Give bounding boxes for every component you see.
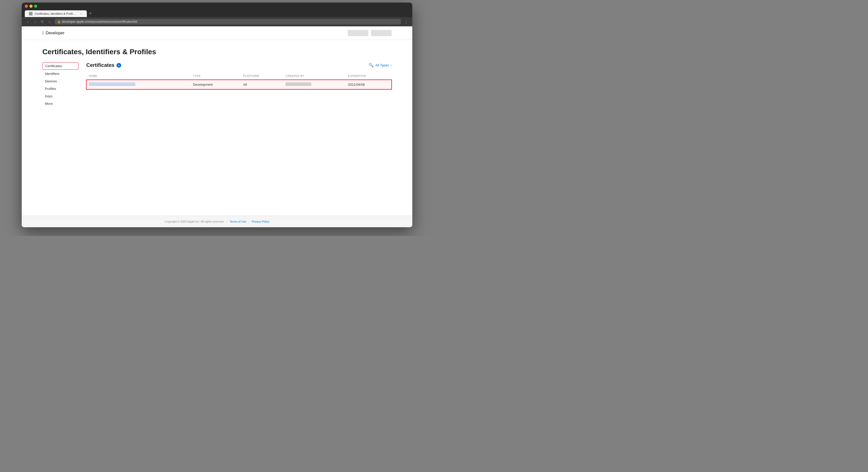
brand-name: Developer <box>46 31 65 35</box>
page-content:  Developer Certificates, Identifiers & … <box>22 26 412 227</box>
filter-area[interactable]: 🔍 All Types › <box>369 63 392 68</box>
browser-window: Certificates, Identifiers & Profile… × +… <box>22 3 412 227</box>
back-button[interactable]: ‹ <box>25 19 31 25</box>
nav-buttons: ‹ › ↻ ⌂ <box>25 19 53 25</box>
sidebar-item-more[interactable]: More <box>42 100 79 107</box>
cell-name <box>86 80 190 90</box>
col-expiration: EXPIRATION <box>345 72 392 80</box>
forward-button[interactable]: › <box>32 19 38 25</box>
add-certificate-button[interactable]: + <box>117 63 121 68</box>
col-platform: PLATFORM <box>241 72 283 80</box>
new-tab-button[interactable]: + <box>87 10 94 17</box>
table-body: Development All 2021/04/08 <box>86 80 392 90</box>
traffic-lights <box>25 5 409 8</box>
sidebar-item-identifiers[interactable]: Identifiers <box>42 70 79 77</box>
footer-divider-2: | <box>249 220 249 223</box>
content-title: Certificates + <box>86 62 121 68</box>
lock-icon: 🔒 <box>57 21 60 23</box>
apple-logo-icon:  <box>42 30 44 36</box>
site-footer: Copyright © 2020 Apple Inc. All rights r… <box>22 216 412 227</box>
header-button-2[interactable] <box>371 30 392 36</box>
maximize-button[interactable] <box>34 5 37 8</box>
content-header: Certificates + 🔍 All Types › <box>86 62 392 68</box>
tab-close-button[interactable]: × <box>79 12 83 15</box>
col-created-by: CREATED BY <box>283 72 345 80</box>
filter-label: All Types <box>375 63 389 67</box>
terms-of-use-link[interactable]: Terms of Use <box>230 220 246 223</box>
copyright-text: Copyright © 2020 Apple Inc. All rights r… <box>164 220 224 223</box>
table-row[interactable]: Development All 2021/04/08 <box>86 80 392 90</box>
cell-platform: All <box>241 80 283 90</box>
home-button[interactable]: ⌂ <box>46 19 53 25</box>
url-bar[interactable]: 🔒 developer.apple.com/account/resources/… <box>55 19 401 25</box>
header-button-1[interactable] <box>348 30 368 36</box>
page-title: Certificates, Identifiers & Profiles <box>42 48 392 56</box>
url-text: developer.apple.com/account/resources/ce… <box>62 20 137 24</box>
sidebar-item-keys[interactable]: Keys <box>42 93 79 100</box>
sidebar-item-profiles[interactable]: Profiles <box>42 85 79 92</box>
header-buttons <box>348 30 392 36</box>
tab-bar: Certificates, Identifiers & Profile… × + <box>25 10 409 17</box>
tab-favicon <box>29 12 33 15</box>
sidebar-item-certificates[interactable]: Certificates <box>42 62 79 70</box>
col-type: TYPE <box>190 72 241 80</box>
close-button[interactable] <box>25 5 28 8</box>
browser-menu-button[interactable]: ⋮ <box>403 19 409 25</box>
cell-type: Development <box>190 80 241 90</box>
created-by-placeholder <box>285 82 311 86</box>
main-area: Certificates, Identifiers & Profiles Cer… <box>22 40 412 216</box>
refresh-button[interactable]: ↻ <box>39 19 45 25</box>
footer-divider-1: | <box>226 220 227 223</box>
active-tab[interactable]: Certificates, Identifiers & Profile… × <box>25 10 87 17</box>
privacy-policy-link[interactable]: Privacy Policy <box>252 220 269 223</box>
browser-chrome: Certificates, Identifiers & Profile… × + <box>22 3 412 17</box>
cell-created-by <box>283 80 345 90</box>
tab-title: Certificates, Identifiers & Profile… <box>35 12 77 15</box>
certificates-table: NAME TYPE PLATFORM CREATED BY EXPIRATION <box>86 72 392 89</box>
certificates-heading: Certificates <box>86 62 115 68</box>
site-header:  Developer <box>22 26 412 40</box>
content-main: Certificates + 🔍 All Types › NAME <box>79 62 392 108</box>
cell-expiration: 2021/04/08 <box>345 80 392 90</box>
col-name: NAME <box>86 72 190 80</box>
search-icon[interactable]: 🔍 <box>369 63 374 68</box>
apple-developer-logo:  Developer <box>42 30 65 36</box>
certificate-name-placeholder <box>89 82 135 86</box>
chevron-down-icon: › <box>391 63 392 67</box>
sidebar: Certificates Identifiers Devices Profile… <box>42 62 79 108</box>
sidebar-item-devices[interactable]: Devices <box>42 78 79 85</box>
minimize-button[interactable] <box>29 5 33 8</box>
table-header: NAME TYPE PLATFORM CREATED BY EXPIRATION <box>86 72 392 80</box>
address-bar: ‹ › ↻ ⌂ 🔒 developer.apple.com/account/re… <box>22 17 412 26</box>
content-layout: Certificates Identifiers Devices Profile… <box>42 62 392 108</box>
